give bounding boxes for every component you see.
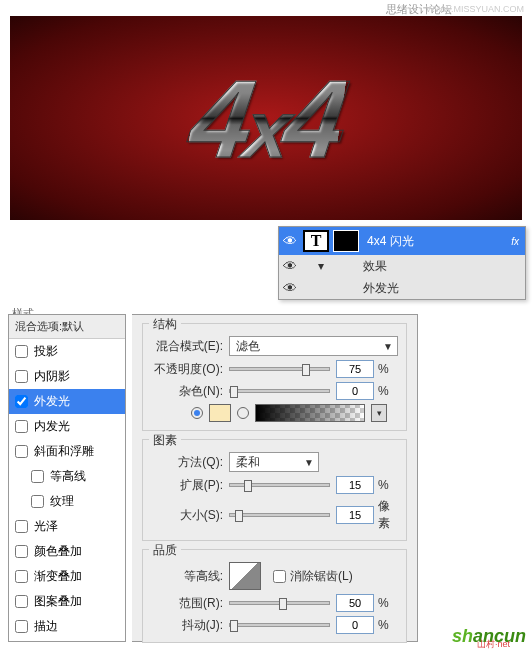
gradient-swatch[interactable] (255, 404, 365, 422)
opacity-slider[interactable] (229, 367, 330, 371)
gradient-dropdown-icon[interactable]: ▾ (371, 404, 387, 422)
technique-label: 方法(Q): (151, 454, 229, 471)
range-input[interactable] (336, 594, 374, 612)
solid-color-radio[interactable] (191, 407, 203, 419)
effects-toggle-icon[interactable]: ▾ (301, 259, 341, 273)
style-item-0[interactable]: 投影 (9, 339, 125, 364)
style-item-label: 内阴影 (34, 368, 70, 385)
visibility-eye-icon[interactable]: 👁 (283, 258, 297, 274)
style-checkbox[interactable] (15, 570, 28, 583)
style-checkbox[interactable] (31, 495, 44, 508)
percent-unit: % (374, 596, 398, 610)
style-checkbox[interactable] (15, 395, 28, 408)
style-checkbox[interactable] (15, 445, 28, 458)
effects-label: 效果 (341, 258, 387, 275)
layer-styles-list: 混合选项:默认 投影内阴影外发光内发光斜面和浮雕等高线纹理光泽颜色叠加渐变叠加图… (8, 314, 126, 642)
style-item-label: 外发光 (34, 393, 70, 410)
blend-mode-label: 混合模式(E): (151, 338, 229, 355)
spread-slider[interactable] (229, 483, 330, 487)
style-item-11[interactable]: 描边 (9, 614, 125, 639)
quality-title: 品质 (149, 542, 181, 559)
outer-glow-settings: 结构 混合模式(E): 滤色 ▼ 不透明度(O): % 杂色(N): % ▾ (132, 314, 418, 642)
style-item-2[interactable]: 外发光 (9, 389, 125, 414)
contour-picker[interactable] (229, 562, 261, 590)
style-checkbox[interactable] (15, 420, 28, 433)
style-item-label: 描边 (34, 618, 58, 635)
range-label: 范围(R): (151, 595, 229, 612)
range-slider[interactable] (229, 601, 330, 605)
jitter-slider[interactable] (229, 623, 330, 627)
noise-slider[interactable] (229, 389, 330, 393)
dropdown-arrow-icon: ▼ (304, 457, 314, 468)
style-checkbox[interactable] (15, 345, 28, 358)
percent-unit: % (374, 362, 398, 376)
style-item-label: 投影 (34, 343, 58, 360)
style-item-1[interactable]: 内阴影 (9, 364, 125, 389)
gradient-radio[interactable] (237, 407, 249, 419)
contour-label: 等高线: (151, 568, 229, 585)
color-swatch[interactable] (209, 404, 231, 422)
style-checkbox[interactable] (15, 520, 28, 533)
text-layer-icon: T (311, 232, 322, 250)
noise-input[interactable] (336, 382, 374, 400)
style-item-5[interactable]: 等高线 (9, 464, 125, 489)
logo-4x4: 4x4 (183, 55, 350, 182)
forum-url: WWW.MISSYUAN.COM (426, 4, 524, 14)
style-checkbox[interactable] (31, 470, 44, 483)
style-checkbox[interactable] (15, 620, 28, 633)
blend-options-header[interactable]: 混合选项:默认 (9, 315, 125, 339)
style-item-4[interactable]: 斜面和浮雕 (9, 439, 125, 464)
spread-input[interactable] (336, 476, 374, 494)
layer-name[interactable]: 4x4 闪光 (361, 233, 511, 250)
style-item-8[interactable]: 颜色叠加 (9, 539, 125, 564)
noise-label: 杂色(N): (151, 383, 229, 400)
opacity-label: 不透明度(O): (151, 361, 229, 378)
style-item-label: 渐变叠加 (34, 568, 82, 585)
technique-value: 柔和 (236, 454, 260, 471)
style-checkbox[interactable] (15, 545, 28, 558)
style-item-7[interactable]: 光泽 (9, 514, 125, 539)
style-item-label: 光泽 (34, 518, 58, 535)
blend-mode-select[interactable]: 滤色 ▼ (229, 336, 398, 356)
style-item-3[interactable]: 内发光 (9, 414, 125, 439)
visibility-eye-icon[interactable]: 👁 (283, 280, 297, 296)
style-item-label: 斜面和浮雕 (34, 443, 94, 460)
jitter-input[interactable] (336, 616, 374, 634)
effect-outer-glow-label: 外发光 (341, 280, 399, 297)
visibility-eye-icon[interactable]: 👁 (283, 233, 297, 249)
opacity-input[interactable] (336, 360, 374, 378)
effect-outer-glow-row[interactable]: 👁 外发光 (279, 277, 525, 299)
style-item-label: 内发光 (34, 418, 70, 435)
style-checkbox[interactable] (15, 370, 28, 383)
style-item-label: 图案叠加 (34, 593, 82, 610)
style-checkbox[interactable] (15, 595, 28, 608)
layer-mask-thumbnail[interactable] (333, 230, 359, 252)
size-input[interactable] (336, 506, 374, 524)
style-item-label: 纹理 (50, 493, 74, 510)
quality-group: 品质 等高线: 消除锯齿(L) 范围(R): % 抖动(J): % (142, 549, 407, 643)
percent-unit: % (374, 618, 398, 632)
preview-image: 4x4 (10, 16, 522, 220)
style-item-label: 颜色叠加 (34, 543, 82, 560)
style-item-10[interactable]: 图案叠加 (9, 589, 125, 614)
style-item-6[interactable]: 纹理 (9, 489, 125, 514)
style-item-label: 等高线 (50, 468, 86, 485)
spread-label: 扩展(P): (151, 477, 229, 494)
style-item-9[interactable]: 渐变叠加 (9, 564, 125, 589)
size-label: 大小(S): (151, 507, 229, 524)
blend-mode-value: 滤色 (236, 338, 260, 355)
percent-unit: % (374, 384, 398, 398)
layers-panel: 👁 T 4x4 闪光 fx 👁 ▾ 效果 👁 外发光 (278, 226, 526, 300)
layer-row-text[interactable]: 👁 T 4x4 闪光 fx (279, 227, 525, 255)
technique-select[interactable]: 柔和 ▼ (229, 452, 319, 472)
layer-fx-badge[interactable]: fx (511, 236, 525, 247)
jitter-label: 抖动(J): (151, 617, 229, 634)
elements-group: 图素 方法(Q): 柔和 ▼ 扩展(P): % 大小(S): 像素 (142, 439, 407, 541)
elements-title: 图素 (149, 432, 181, 449)
size-slider[interactable] (229, 513, 330, 517)
effects-row[interactable]: 👁 ▾ 效果 (279, 255, 525, 277)
antialias-checkbox[interactable] (273, 570, 286, 583)
dropdown-arrow-icon: ▼ (383, 341, 393, 352)
layer-thumbnail[interactable]: T (303, 230, 329, 252)
structure-title: 结构 (149, 316, 181, 333)
